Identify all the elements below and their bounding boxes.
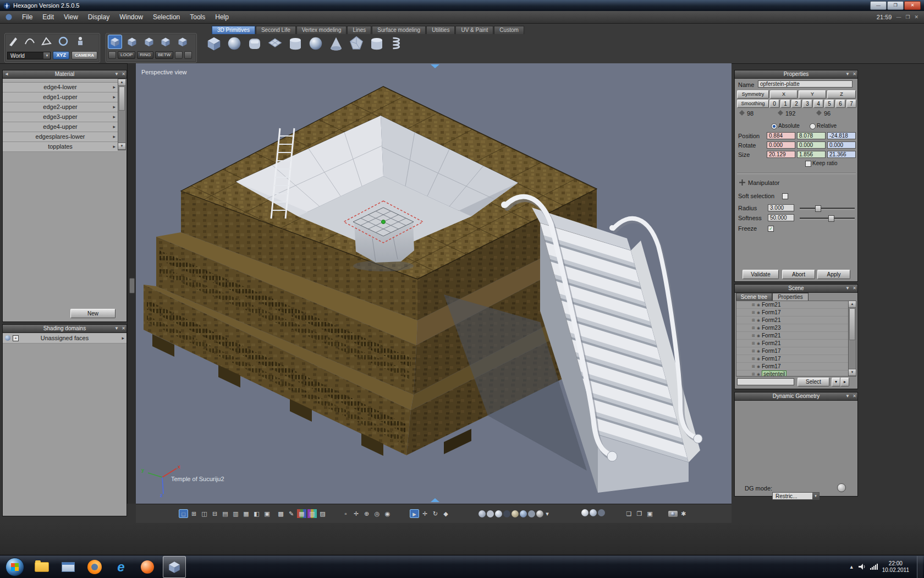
y-axis-button[interactable]: Y — [799, 90, 826, 99]
panel-menu-icon[interactable]: ▼ — [845, 393, 850, 400]
material-item[interactable]: topplates▸ — [3, 142, 118, 152]
panel-close-icon[interactable]: ✕ — [122, 71, 125, 78]
panel-close-icon[interactable]: ✕ — [122, 325, 125, 332]
taskbar-media-icon[interactable] — [136, 557, 158, 577]
camera-button[interactable]: CAMERA — [72, 51, 97, 59]
rotate-x-field[interactable] — [767, 141, 795, 149]
menu-window[interactable]: Window — [119, 13, 143, 21]
tray-network-icon[interactable] — [870, 564, 878, 570]
smoothing-level-3[interactable]: 3 — [802, 100, 812, 108]
layout-left-icon[interactable]: ◧ — [252, 509, 261, 518]
expand-icon[interactable]: ⊞ — [752, 341, 755, 346]
material-item[interactable]: edge1-upper▸ — [3, 92, 118, 102]
dg-toggle-icon[interactable] — [837, 483, 846, 492]
shading-more-icon[interactable]: ▾ — [544, 509, 550, 518]
layout-quad-icon[interactable]: ⊞ — [189, 509, 199, 518]
textured-mode-icon[interactable] — [512, 510, 519, 517]
visibility-icon[interactable]: ◉ — [757, 341, 760, 346]
tab-lines[interactable]: Lines — [347, 26, 371, 34]
tab-uv-paint[interactable]: UV & Paint — [455, 26, 493, 34]
figure-tool-icon[interactable] — [74, 35, 87, 48]
new-material-button[interactable]: New — [70, 309, 116, 318]
menu-selection[interactable]: Selection — [153, 13, 180, 21]
wireframe-mode-icon[interactable] — [479, 510, 486, 517]
scene-next-icon[interactable]: ▸ — [840, 378, 849, 386]
shading-panel-header[interactable]: Shading domains ▼ ✕ — [3, 325, 127, 333]
panel-menu-icon[interactable]: ▼ — [114, 325, 119, 332]
symmetry-button[interactable]: Symmetry — [737, 90, 769, 99]
taskbar-explorer-icon[interactable] — [57, 557, 79, 577]
menu-edit[interactable]: Edit — [42, 13, 54, 21]
material-item[interactable]: edge3-upper▸ — [3, 112, 118, 122]
material-item[interactable]: edgesplares-lower▸ — [3, 132, 118, 142]
layout-split-icon[interactable]: ◫ — [200, 509, 209, 518]
panel-menu-icon[interactable]: ▼ — [845, 71, 850, 78]
magnifier-icon[interactable]: ◎ — [372, 509, 382, 518]
scene-tree-row[interactable]: ⊞◉Form17 — [736, 363, 850, 370]
scale-tool-icon[interactable]: ◆ — [441, 509, 450, 518]
scene-tree-row[interactable]: ⊞◉Form17 — [736, 347, 850, 355]
visibility-icon[interactable]: ◉ — [757, 364, 760, 369]
tab-utilities[interactable]: Utilities — [426, 26, 455, 34]
abort-button[interactable]: Abort — [782, 270, 815, 279]
sphere-primitive-icon[interactable] — [225, 35, 244, 52]
z-axis-button[interactable]: Z — [827, 90, 856, 99]
menu-view[interactable]: View — [64, 13, 78, 21]
dg-mode-select[interactable]: Restric... ▼ — [772, 492, 820, 500]
smoothing-level-1[interactable]: 1 — [780, 100, 790, 108]
scene-scrollbar[interactable]: ▲ ▼ — [848, 301, 856, 377]
scene-tree-row[interactable]: ⊞◉Form21 — [736, 317, 850, 324]
panel-close-icon[interactable]: ✕ — [853, 393, 856, 400]
tab-custom[interactable]: Custom — [494, 26, 524, 34]
rotate-y-field[interactable] — [797, 141, 826, 149]
cylinder-primitive-icon[interactable] — [286, 35, 305, 52]
tray-speaker-icon[interactable] — [859, 564, 866, 570]
zoom-in-icon[interactable]: ⊕ — [362, 509, 371, 518]
rotate-tool-icon[interactable]: ↻ — [431, 509, 440, 518]
layout-cols-icon[interactable]: ▥ — [231, 509, 240, 518]
tab-second-life[interactable]: Second Life — [256, 26, 296, 34]
size-x-field[interactable] — [767, 151, 795, 158]
select-plus-icon[interactable] — [108, 51, 116, 59]
apply-button[interactable]: Apply — [817, 270, 850, 279]
dropdown-arrow-icon[interactable]: ▼ — [812, 493, 819, 499]
softness-slider-thumb[interactable] — [828, 215, 834, 222]
scroll-up-icon[interactable]: ▲ — [849, 301, 856, 308]
smoothing-level-4[interactable]: 4 — [813, 100, 823, 108]
render-wire-icon[interactable] — [598, 509, 605, 516]
scene-prev-icon[interactable]: ▾ — [832, 378, 840, 386]
rgb-grid-icon[interactable]: ▦ — [297, 509, 306, 518]
smoothing-level-5[interactable]: 5 — [824, 100, 834, 108]
expand-icon[interactable]: ⊞ — [752, 318, 755, 323]
scene-tree-row-selected[interactable]: ⊞◉seitenteil — [736, 370, 850, 377]
layout-grid-icon[interactable]: ▦ — [241, 509, 251, 518]
menu-file[interactable]: File — [22, 13, 32, 21]
start-button[interactable] — [6, 558, 24, 576]
layout-rows-icon[interactable]: ▤ — [221, 509, 230, 518]
panel-menu-icon[interactable]: ▼ — [114, 71, 119, 78]
scene-tree-row[interactable]: ⊞◉Form21 — [736, 332, 850, 340]
select-cursor-icon[interactable]: ► — [410, 509, 419, 518]
tray-hidden-icons[interactable]: ▲ — [849, 564, 854, 570]
scene-tree-row[interactable]: ⊞◉Form21 — [736, 301, 850, 309]
geosphere-primitive-icon[interactable] — [306, 35, 325, 52]
material-item[interactable]: edge4-upper▸ — [3, 122, 118, 132]
keep-ratio-checkbox[interactable] — [805, 161, 811, 167]
smooth-mode-icon[interactable] — [495, 510, 502, 517]
taskbar-ie-icon[interactable]: e — [110, 557, 132, 577]
cone-primitive-icon[interactable] — [327, 35, 345, 52]
material-scrollbar[interactable]: ▲ ▼ — [118, 79, 126, 150]
scroll-down-icon[interactable]: ▼ — [849, 369, 856, 376]
visibility-icon[interactable]: ◉ — [757, 310, 760, 315]
visibility-icon[interactable]: ◉ — [757, 349, 760, 353]
layout-hsplit-icon[interactable]: ⊟ — [210, 509, 219, 518]
smoothing-level-0[interactable]: 0 — [769, 100, 779, 108]
x-axis-button[interactable]: X — [770, 90, 798, 99]
expand-icon[interactable]: ⊞ — [752, 349, 755, 353]
mdi-restore-icon[interactable]: ❐ — [905, 14, 910, 20]
menu-help[interactable]: Help — [215, 13, 229, 21]
visibility-icon[interactable]: ◉ — [757, 318, 760, 323]
pen-tool-icon[interactable] — [7, 35, 20, 48]
texture-grid-icon[interactable]: ▥ — [307, 509, 317, 518]
show-desktop-button[interactable] — [917, 556, 923, 578]
